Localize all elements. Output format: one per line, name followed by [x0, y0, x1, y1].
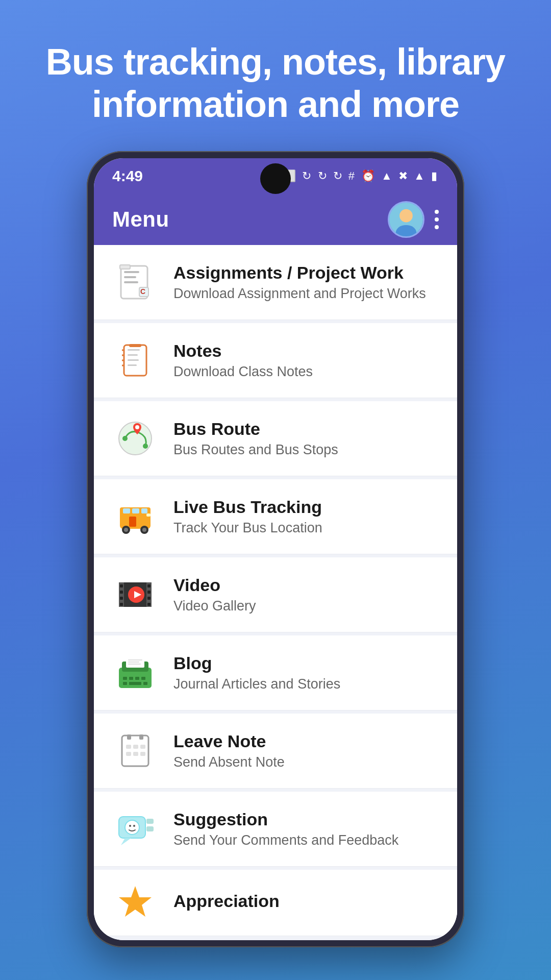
menu-item-live-bus[interactable]: Live Bus Tracking Track Your Bus Locatio…: [94, 479, 457, 554]
bus-route-icon: [112, 415, 158, 461]
video-text: Video Video Gallery: [173, 575, 439, 614]
appreciation-text: Appreciation: [173, 891, 439, 914]
svg-rect-52: [129, 677, 133, 680]
video-title: Video: [173, 575, 439, 595]
svg-rect-42: [120, 603, 123, 606]
live-bus-title: Live Bus Tracking: [173, 497, 439, 517]
status-time: 4:49: [112, 167, 143, 185]
svg-rect-45: [147, 597, 151, 600]
appreciation-title: Appreciation: [173, 891, 439, 911]
video-icon: [112, 572, 158, 618]
svg-rect-16: [128, 349, 140, 351]
svg-rect-56: [129, 682, 141, 685]
suggestion-subtitle: Send Your Comments and Feedback: [173, 832, 439, 848]
user-avatar[interactable]: [388, 201, 424, 238]
blog-text: Blog Journal Articles and Stories: [173, 653, 439, 692]
blog-icon: [112, 650, 158, 696]
hero-text: Bus tracking, notes, library information…: [0, 0, 551, 151]
svg-rect-44: [147, 591, 151, 594]
appreciation-icon: [112, 879, 158, 925]
svg-text:C: C: [140, 287, 145, 296]
svg-rect-76: [146, 819, 154, 824]
phone-frame: 4:49 ⬜ ↻ ↻ ↻ # ⏰ ▲ ✖ ▲ ▮ Menu: [87, 151, 464, 947]
live-bus-text: Live Bus Tracking Track Your Bus Locatio…: [173, 497, 439, 536]
svg-point-32: [124, 528, 128, 532]
svg-marker-72: [121, 838, 131, 845]
assignments-subtitle: Download Assignment and Project Works: [173, 286, 439, 302]
svg-point-23: [143, 444, 148, 449]
camera-notch: [260, 163, 291, 194]
app-bar-actions: [388, 201, 439, 238]
live-bus-tracking-icon: [112, 494, 158, 540]
phone-screen: 4:49 ⬜ ↻ ↻ ↻ # ⏰ ▲ ✖ ▲ ▮ Menu: [94, 158, 457, 940]
video-subtitle: Video Gallery: [173, 598, 439, 614]
blog-subtitle: Journal Articles and Stories: [173, 676, 439, 692]
svg-point-24: [135, 425, 139, 429]
svg-rect-51: [123, 677, 127, 680]
hero-section: Bus tracking, notes, library information…: [0, 0, 551, 151]
suggestion-text: Suggestion Send Your Comments and Feedba…: [173, 810, 439, 848]
suggestion-icon: [112, 806, 158, 852]
svg-rect-43: [147, 584, 151, 587]
svg-rect-46: [147, 603, 151, 606]
svg-rect-28: [132, 508, 139, 513]
svg-rect-54: [141, 677, 145, 680]
assignments-title: Assignments / Project Work: [173, 263, 439, 283]
leave-note-title: Leave Note: [173, 731, 439, 751]
svg-point-75: [133, 825, 135, 827]
svg-rect-63: [127, 734, 131, 740]
menu-item-blog[interactable]: Blog Journal Articles and Stories: [94, 635, 457, 710]
svg-point-3: [400, 210, 412, 221]
menu-item-assignments[interactable]: C Assignments / Project Work Download As…: [94, 245, 457, 320]
notes-text: Notes Download Class Notes: [173, 341, 439, 380]
svg-rect-62: [122, 736, 148, 766]
notification-icons: ⬜ ↻ ↻ ↻ #: [282, 169, 356, 183]
svg-rect-27: [123, 508, 130, 513]
svg-rect-59: [128, 659, 142, 660]
dot-2: [435, 217, 439, 222]
svg-rect-68: [126, 752, 131, 756]
bus-route-subtitle: Bus Routes and Bus Stops: [173, 442, 439, 458]
app-bar: Menu: [94, 194, 457, 245]
svg-rect-7: [124, 281, 138, 283]
menu-item-video[interactable]: Video Video Gallery: [94, 557, 457, 632]
menu-item-notes[interactable]: Notes Download Class Notes: [94, 323, 457, 398]
dot-3: [435, 225, 439, 229]
svg-rect-39: [120, 584, 123, 587]
svg-rect-19: [128, 364, 137, 366]
svg-point-22: [122, 436, 128, 441]
svg-rect-18: [128, 359, 139, 361]
bus-route-title: Bus Route: [173, 419, 439, 439]
suggestion-title: Suggestion: [173, 810, 439, 829]
svg-rect-5: [124, 271, 139, 273]
system-icons: ⏰ ▲ ✖ ▲ ▮: [361, 169, 439, 183]
menu-item-appreciation[interactable]: Appreciation: [94, 870, 457, 936]
svg-point-73: [125, 820, 139, 835]
svg-rect-53: [135, 677, 139, 680]
svg-rect-57: [143, 682, 147, 685]
svg-rect-35: [146, 513, 151, 517]
svg-rect-67: [140, 745, 145, 749]
more-options-button[interactable]: [435, 210, 439, 229]
bus-route-text: Bus Route Bus Routes and Bus Stops: [173, 419, 439, 458]
svg-rect-29: [141, 508, 147, 513]
svg-rect-77: [146, 826, 154, 831]
svg-point-74: [129, 825, 131, 827]
svg-rect-17: [128, 354, 138, 356]
svg-rect-66: [133, 745, 138, 749]
svg-rect-65: [126, 745, 131, 749]
svg-rect-70: [140, 752, 145, 756]
svg-rect-41: [120, 597, 123, 600]
svg-rect-55: [123, 682, 127, 685]
leave-note-subtitle: Send Absent Note: [173, 754, 439, 770]
svg-point-34: [142, 528, 146, 532]
assignments-text: Assignments / Project Work Download Assi…: [173, 263, 439, 302]
svg-rect-64: [139, 734, 143, 740]
blog-title: Blog: [173, 653, 439, 673]
svg-rect-69: [133, 752, 138, 756]
menu-item-suggestion[interactable]: Suggestion Send Your Comments and Feedba…: [94, 792, 457, 867]
menu-item-bus-route[interactable]: Bus Route Bus Routes and Bus Stops: [94, 401, 457, 476]
leave-note-icon: [112, 728, 158, 774]
menu-item-leave-note[interactable]: Leave Note Send Absent Note: [94, 714, 457, 789]
notes-title: Notes: [173, 341, 439, 361]
